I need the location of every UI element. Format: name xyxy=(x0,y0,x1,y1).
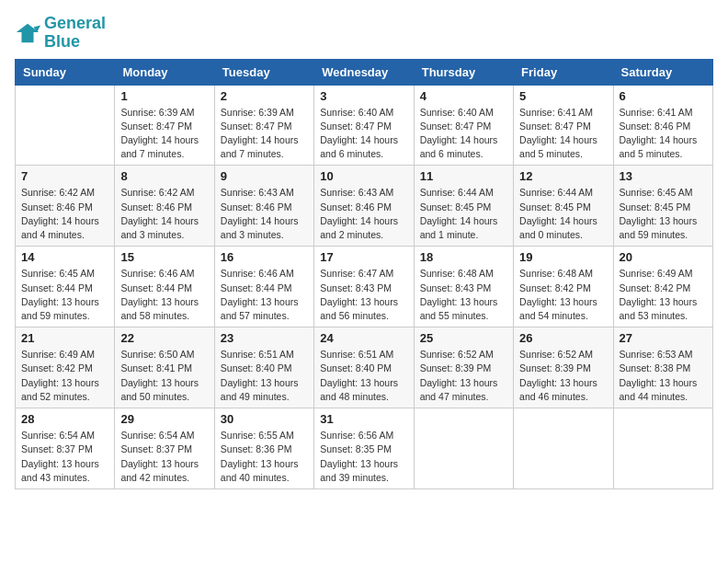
calendar-cell: 11Sunrise: 6:44 AMSunset: 8:45 PMDayligh… xyxy=(414,166,513,247)
day-number: 28 xyxy=(21,412,108,426)
day-info: Sunrise: 6:44 AMSunset: 8:45 PMDaylight:… xyxy=(519,186,607,242)
day-info: Sunrise: 6:52 AMSunset: 8:39 PMDaylight:… xyxy=(519,348,607,404)
calendar-cell: 31Sunrise: 6:56 AMSunset: 8:35 PMDayligh… xyxy=(314,408,414,489)
calendar-cell: 6Sunrise: 6:41 AMSunset: 8:46 PMDaylight… xyxy=(613,85,712,166)
day-info: Sunrise: 6:47 AMSunset: 8:43 PMDaylight:… xyxy=(320,267,407,323)
day-number: 23 xyxy=(221,331,308,345)
day-info: Sunrise: 6:40 AMSunset: 8:47 PMDaylight:… xyxy=(420,106,507,162)
day-info: Sunrise: 6:42 AMSunset: 8:46 PMDaylight:… xyxy=(21,186,108,242)
day-info: Sunrise: 6:39 AMSunset: 8:47 PMDaylight:… xyxy=(120,106,208,162)
day-number: 9 xyxy=(221,169,308,183)
day-info: Sunrise: 6:43 AMSunset: 8:46 PMDaylight:… xyxy=(221,186,308,242)
day-info: Sunrise: 6:46 AMSunset: 8:44 PMDaylight:… xyxy=(120,267,208,323)
day-number: 14 xyxy=(21,250,108,264)
logo: General Blue xyxy=(15,15,106,52)
calendar-cell: 16Sunrise: 6:46 AMSunset: 8:44 PMDayligh… xyxy=(214,247,313,327)
calendar-cell: 20Sunrise: 6:49 AMSunset: 8:42 PMDayligh… xyxy=(613,247,712,327)
calendar-cell xyxy=(16,85,115,166)
day-number: 4 xyxy=(420,89,507,103)
calendar-week-2: 7Sunrise: 6:42 AMSunset: 8:46 PMDaylight… xyxy=(16,166,713,247)
day-number: 30 xyxy=(221,412,308,426)
day-number: 29 xyxy=(120,412,208,426)
calendar-cell: 23Sunrise: 6:51 AMSunset: 8:40 PMDayligh… xyxy=(214,327,313,408)
day-info: Sunrise: 6:51 AMSunset: 8:40 PMDaylight:… xyxy=(221,348,308,404)
day-header-monday: Monday xyxy=(115,59,214,85)
day-info: Sunrise: 6:45 AMSunset: 8:44 PMDaylight:… xyxy=(21,267,108,323)
day-number: 24 xyxy=(320,331,407,345)
calendar-cell: 2Sunrise: 6:39 AMSunset: 8:47 PMDaylight… xyxy=(214,85,313,166)
day-header-sunday: Sunday xyxy=(16,59,115,85)
day-number: 27 xyxy=(620,331,707,345)
calendar-cell: 15Sunrise: 6:46 AMSunset: 8:44 PMDayligh… xyxy=(115,247,214,327)
svg-marker-0 xyxy=(17,24,39,43)
day-info: Sunrise: 6:48 AMSunset: 8:43 PMDaylight:… xyxy=(420,267,507,323)
day-header-tuesday: Tuesday xyxy=(214,59,313,85)
day-info: Sunrise: 6:51 AMSunset: 8:40 PMDaylight:… xyxy=(320,348,407,404)
day-info: Sunrise: 6:48 AMSunset: 8:42 PMDaylight:… xyxy=(519,267,607,323)
day-number: 22 xyxy=(120,331,208,345)
day-info: Sunrise: 6:44 AMSunset: 8:45 PMDaylight:… xyxy=(420,186,507,242)
day-number: 2 xyxy=(221,89,308,103)
day-number: 26 xyxy=(519,331,607,345)
day-number: 5 xyxy=(519,89,607,103)
calendar-cell: 30Sunrise: 6:55 AMSunset: 8:36 PMDayligh… xyxy=(214,408,313,489)
calendar-cell: 28Sunrise: 6:54 AMSunset: 8:37 PMDayligh… xyxy=(16,408,115,489)
calendar-cell: 5Sunrise: 6:41 AMSunset: 8:47 PMDaylight… xyxy=(514,85,613,166)
day-number: 17 xyxy=(320,250,407,264)
calendar-cell: 22Sunrise: 6:50 AMSunset: 8:41 PMDayligh… xyxy=(115,327,214,408)
day-info: Sunrise: 6:41 AMSunset: 8:47 PMDaylight:… xyxy=(519,106,607,162)
calendar-week-4: 21Sunrise: 6:49 AMSunset: 8:42 PMDayligh… xyxy=(16,327,713,408)
calendar-cell: 8Sunrise: 6:42 AMSunset: 8:46 PMDaylight… xyxy=(115,166,214,247)
day-number: 18 xyxy=(420,250,507,264)
calendar-week-5: 28Sunrise: 6:54 AMSunset: 8:37 PMDayligh… xyxy=(16,408,713,489)
day-header-thursday: Thursday xyxy=(414,59,513,85)
calendar-cell: 10Sunrise: 6:43 AMSunset: 8:46 PMDayligh… xyxy=(314,166,414,247)
calendar-cell xyxy=(414,408,513,489)
day-info: Sunrise: 6:55 AMSunset: 8:36 PMDaylight:… xyxy=(221,429,308,485)
day-number: 10 xyxy=(320,169,407,183)
day-info: Sunrise: 6:49 AMSunset: 8:42 PMDaylight:… xyxy=(620,267,707,323)
calendar-cell: 25Sunrise: 6:52 AMSunset: 8:39 PMDayligh… xyxy=(414,327,513,408)
calendar-cell: 27Sunrise: 6:53 AMSunset: 8:38 PMDayligh… xyxy=(613,327,712,408)
day-info: Sunrise: 6:42 AMSunset: 8:46 PMDaylight:… xyxy=(120,186,208,242)
calendar-cell: 18Sunrise: 6:48 AMSunset: 8:43 PMDayligh… xyxy=(414,247,513,327)
calendar-cell: 7Sunrise: 6:42 AMSunset: 8:46 PMDaylight… xyxy=(16,166,115,247)
day-info: Sunrise: 6:41 AMSunset: 8:46 PMDaylight:… xyxy=(620,106,707,162)
day-info: Sunrise: 6:46 AMSunset: 8:44 PMDaylight:… xyxy=(221,267,308,323)
logo-subtext: Blue xyxy=(44,33,106,52)
day-number: 25 xyxy=(420,331,507,345)
calendar-cell: 29Sunrise: 6:54 AMSunset: 8:37 PMDayligh… xyxy=(115,408,214,489)
calendar-cell: 14Sunrise: 6:45 AMSunset: 8:44 PMDayligh… xyxy=(16,247,115,327)
calendar-cell: 1Sunrise: 6:39 AMSunset: 8:47 PMDaylight… xyxy=(115,85,214,166)
calendar-cell: 19Sunrise: 6:48 AMSunset: 8:42 PMDayligh… xyxy=(514,247,613,327)
day-info: Sunrise: 6:53 AMSunset: 8:38 PMDaylight:… xyxy=(620,348,707,404)
calendar-table: SundayMondayTuesdayWednesdayThursdayFrid… xyxy=(15,59,713,489)
day-number: 7 xyxy=(21,169,108,183)
day-header-wednesday: Wednesday xyxy=(314,59,414,85)
calendar-cell: 21Sunrise: 6:49 AMSunset: 8:42 PMDayligh… xyxy=(16,327,115,408)
day-info: Sunrise: 6:56 AMSunset: 8:35 PMDaylight:… xyxy=(320,429,407,485)
calendar-cell: 26Sunrise: 6:52 AMSunset: 8:39 PMDayligh… xyxy=(514,327,613,408)
calendar-week-3: 14Sunrise: 6:45 AMSunset: 8:44 PMDayligh… xyxy=(16,247,713,327)
calendar-week-1: 1Sunrise: 6:39 AMSunset: 8:47 PMDaylight… xyxy=(16,85,713,166)
day-info: Sunrise: 6:45 AMSunset: 8:45 PMDaylight:… xyxy=(620,186,707,242)
day-number: 1 xyxy=(120,89,208,103)
day-number: 11 xyxy=(420,169,507,183)
calendar-cell xyxy=(613,408,712,489)
day-info: Sunrise: 6:54 AMSunset: 8:37 PMDaylight:… xyxy=(21,429,108,485)
day-number: 3 xyxy=(320,89,407,103)
day-number: 31 xyxy=(320,412,407,426)
calendar-cell: 4Sunrise: 6:40 AMSunset: 8:47 PMDaylight… xyxy=(414,85,513,166)
day-info: Sunrise: 6:40 AMSunset: 8:47 PMDaylight:… xyxy=(320,106,407,162)
day-number: 19 xyxy=(519,250,607,264)
day-info: Sunrise: 6:49 AMSunset: 8:42 PMDaylight:… xyxy=(21,348,108,404)
day-number: 6 xyxy=(620,89,707,103)
day-info: Sunrise: 6:54 AMSunset: 8:37 PMDaylight:… xyxy=(120,429,208,485)
logo-icon xyxy=(15,20,40,46)
day-number: 12 xyxy=(519,169,607,183)
day-number: 21 xyxy=(21,331,108,345)
day-number: 8 xyxy=(120,169,208,183)
calendar-cell: 12Sunrise: 6:44 AMSunset: 8:45 PMDayligh… xyxy=(514,166,613,247)
day-header-friday: Friday xyxy=(514,59,613,85)
calendar-cell: 3Sunrise: 6:40 AMSunset: 8:47 PMDaylight… xyxy=(314,85,414,166)
